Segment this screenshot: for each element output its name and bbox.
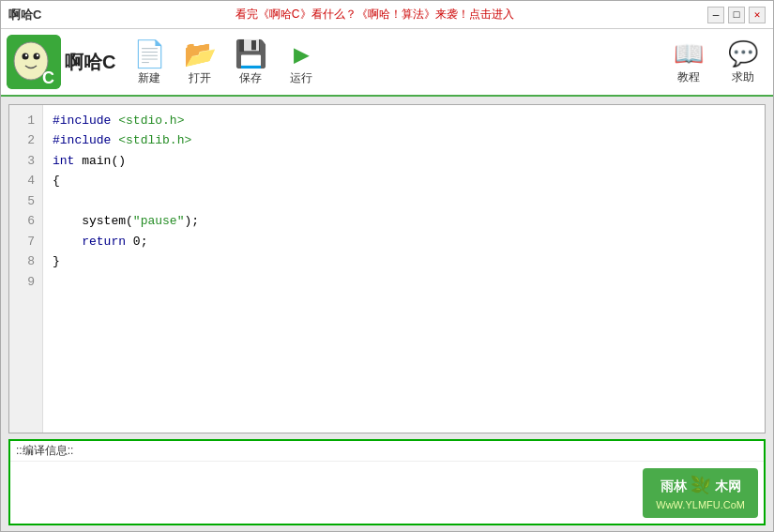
run-label: 运行 [290,70,312,86]
tool-buttons: 📄 新建 📂 打开 💾 保存 ▶ 运行 [125,35,326,90]
save-button[interactable]: 💾 保存 [226,35,275,90]
new-icon: 📄 [133,38,166,70]
window-controls: — □ ✕ [707,7,766,23]
tutorial-button[interactable]: 📖 教程 [664,36,713,89]
help-icon: 💬 [728,39,758,69]
tutorial-label: 教程 [677,69,700,85]
open-icon: 📂 [184,38,217,70]
toolbar: C 啊哈C 📄 新建 📂 打开 💾 保存 ▶ 运行 📖 教程 [1,29,773,97]
editor-container[interactable]: 1 2 3 4 5 6 7 8 9 #include <stdio.h> #in… [8,104,766,433]
close-button[interactable]: ✕ [749,7,766,23]
open-label: 打开 [189,70,211,86]
help-button[interactable]: 💬 求助 [719,36,767,89]
output-panel: ::编译信息:: 雨林 🌿 木网 WwW.YLMFU.CoM [8,439,766,525]
save-icon: 💾 [235,38,267,70]
app-title: 啊哈C [8,7,41,23]
svg-point-5 [37,54,38,56]
toolbar-right: 📖 教程 💬 求助 [664,36,767,89]
minimize-button[interactable]: — [707,7,724,23]
code-editor[interactable]: #include <stdio.h> #include <stdlib.h> i… [43,105,765,433]
line-numbers: 1 2 3 4 5 6 7 8 9 [9,105,43,433]
new-button[interactable]: 📄 新建 [125,35,174,90]
svg-point-3 [34,53,40,60]
svg-point-2 [23,53,29,60]
main-area: 1 2 3 4 5 6 7 8 9 #include <stdio.h> #in… [1,97,773,532]
run-icon: ▶ [294,38,310,70]
open-button[interactable]: 📂 打开 [175,35,224,90]
watermark-url: WwW.YLMFU.CoM [656,498,745,512]
new-label: 新建 [138,70,160,86]
tutorial-icon: 📖 [674,39,704,69]
watermark: 雨林 🌿 木网 WwW.YLMFU.CoM [643,468,758,518]
run-button[interactable]: ▶ 运行 [277,35,326,90]
banner-text[interactable]: 看完《啊哈C》看什么？《啊哈！算法》来袭！点击进入 [41,7,707,23]
maximize-button[interactable]: □ [728,7,745,23]
titlebar: 啊哈C 看完《啊哈C》看什么？《啊哈！算法》来袭！点击进入 — □ ✕ [1,1,773,29]
output-header: ::编译信息:: [10,441,764,462]
svg-point-4 [25,54,27,56]
save-label: 保存 [239,70,262,86]
logo-area: C 啊哈C [7,35,115,89]
logo-box: C [7,35,61,89]
logo-icon: C [7,35,61,89]
help-label: 求助 [732,69,754,85]
watermark-title: 雨林 🌿 木网 [656,474,745,497]
app-name: 啊哈C [65,50,115,75]
svg-text:C: C [42,68,54,87]
